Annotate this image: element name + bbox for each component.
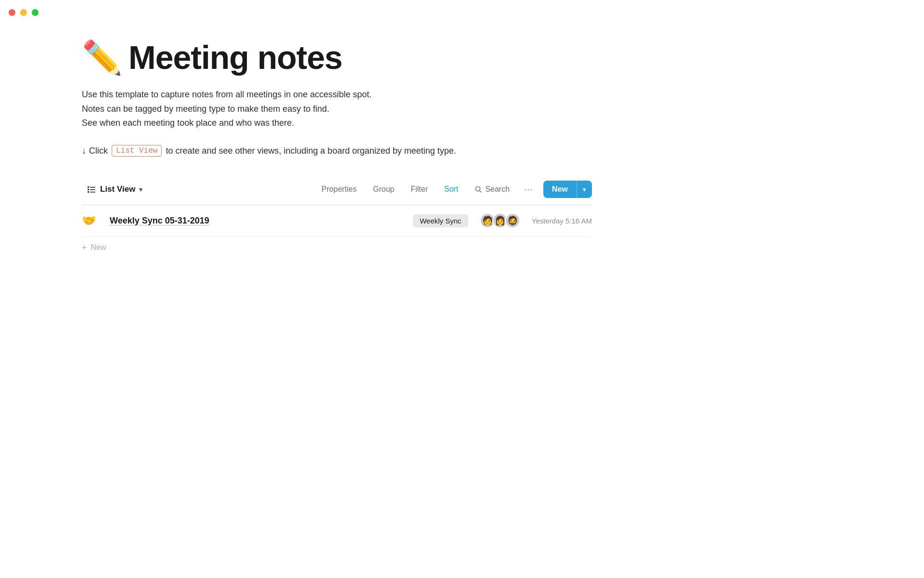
new-button[interactable]: New — [543, 181, 577, 198]
minimize-button[interactable] — [20, 9, 27, 16]
list-view-button[interactable]: List View ▾ — [82, 182, 147, 197]
svg-rect-5 — [90, 192, 95, 193]
svg-rect-0 — [88, 186, 89, 188]
list-view-badge[interactable]: List View — [112, 145, 162, 157]
properties-button[interactable]: Properties — [315, 182, 363, 197]
instruction-after: to create and see other views, including… — [166, 146, 456, 156]
new-button-dropdown[interactable]: ▾ — [577, 182, 592, 197]
toolbar: List View ▾ Properties Group Filter Sort… — [82, 174, 592, 205]
plus-icon: + — [82, 243, 87, 252]
filter-button[interactable]: Filter — [404, 182, 435, 197]
page-title: Meeting notes — [128, 39, 342, 76]
instruction-line: ↓ Click List View to create and see othe… — [82, 145, 592, 157]
avatar-3: 🧔 — [505, 213, 520, 228]
table-row: 🤝 Weekly Sync 05-31-2019 Weekly Sync 🧑 👩… — [82, 205, 592, 236]
svg-rect-1 — [90, 187, 95, 188]
sort-button[interactable]: Sort — [437, 182, 465, 197]
new-row-label: New — [91, 243, 106, 252]
avatars: 🧑 👩 🧔 — [480, 213, 520, 228]
row-right: Weekly Sync 🧑 👩 🧔 Yesterday 5:16 AM — [413, 213, 592, 228]
row-title[interactable]: Weekly Sync 05-31-2019 — [110, 216, 401, 226]
description-line-3: See when each meeting took place and who… — [82, 116, 592, 131]
title-emoji: ✏️ — [82, 41, 123, 74]
description-block: Use this template to capture notes from … — [82, 88, 592, 131]
svg-line-7 — [480, 191, 482, 193]
instruction-arrow: ↓ — [82, 146, 86, 156]
window-chrome — [0, 0, 924, 25]
new-button-group: New ▾ — [543, 181, 592, 198]
maximize-button[interactable] — [32, 9, 38, 16]
tag-badge[interactable]: Weekly Sync — [413, 214, 468, 227]
svg-rect-2 — [88, 189, 89, 190]
toolbar-right: Properties Group Filter Sort Search ··· … — [315, 181, 592, 198]
more-options-button[interactable]: ··· — [519, 181, 538, 198]
description-line-1: Use this template to capture notes from … — [82, 88, 592, 102]
new-row[interactable]: + New — [82, 236, 592, 259]
instruction-before: Click — [89, 146, 108, 156]
search-icon — [475, 185, 482, 193]
toolbar-left: List View ▾ — [82, 182, 315, 197]
list-view-label: List View — [100, 184, 135, 194]
search-label: Search — [485, 185, 510, 194]
traffic-lights — [9, 9, 38, 16]
chevron-down-icon: ▾ — [583, 186, 586, 193]
chevron-down-icon: ▾ — [139, 186, 142, 193]
search-button[interactable]: Search — [468, 182, 516, 197]
description-line-2: Notes can be tagged by meeting type to m… — [82, 102, 592, 117]
svg-rect-3 — [90, 189, 95, 190]
page-title-row: ✏️ Meeting notes — [82, 39, 592, 76]
row-timestamp: Yesterday 5:16 AM — [532, 217, 592, 225]
table-area: 🤝 Weekly Sync 05-31-2019 Weekly Sync 🧑 👩… — [82, 205, 592, 259]
list-icon — [87, 184, 96, 194]
close-button[interactable] — [9, 9, 15, 16]
svg-rect-4 — [88, 191, 89, 193]
row-emoji-icon: 🤝 — [82, 214, 96, 227]
group-button[interactable]: Group — [366, 182, 401, 197]
